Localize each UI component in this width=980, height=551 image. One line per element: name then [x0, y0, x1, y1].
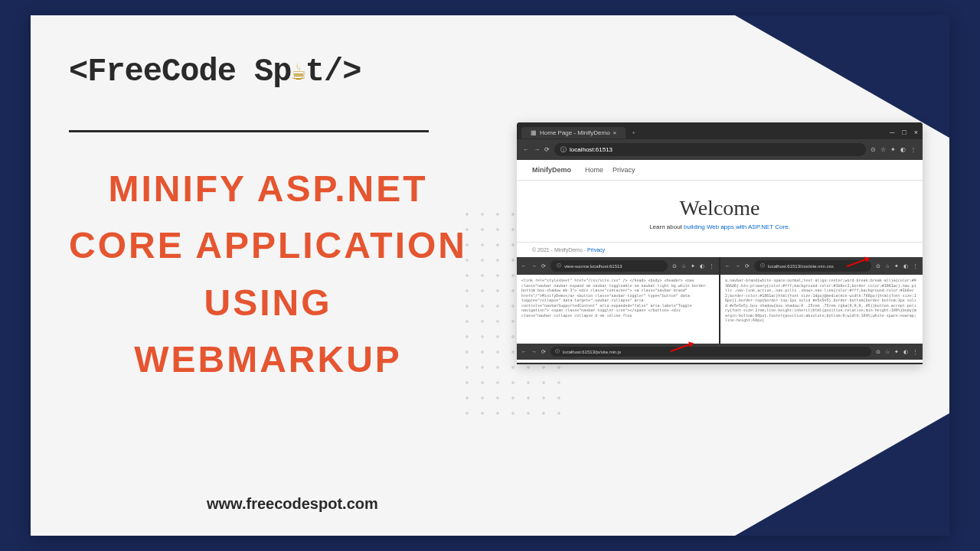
tab-title: Home Page - MinifyDemo [540, 129, 610, 136]
source-code-view: <link rel="stylesheet" href="/css/site.c… [517, 275, 719, 344]
footer-url: www.freecodespot.com [207, 495, 378, 513]
new-tab-button[interactable]: + [632, 129, 635, 136]
screenshot-underline [517, 363, 923, 364]
toolbar-icons: ⊙ ☆ ✦ ◐ ⋮ [871, 146, 916, 153]
panel-right-addressbar: ← → ⟳ ⓘ localhost:61513/css/site.min.css… [720, 257, 923, 275]
star-icon[interactable]: ☆ [880, 146, 886, 153]
main-canvas: <FreeCode Sp☕t/> MINIFY ASP.NET CORE APP… [31, 15, 949, 536]
site-footer: © 2021 - MinifyDemo - Privacy [517, 242, 923, 257]
info-icon: ⓘ [760, 262, 765, 269]
extension-icon[interactable]: ✦ [691, 263, 695, 269]
window-controls: ─ □ × [890, 129, 918, 136]
panel-left-addressbar: ← → ⟳ ⓘ view-source:localhost:61513 ⊙ ☆ … [517, 257, 719, 275]
forward-icon[interactable]: → [534, 146, 540, 153]
forward-icon[interactable]: → [531, 349, 537, 354]
search-icon[interactable]: ⊙ [876, 263, 880, 269]
extension-icon[interactable]: ✦ [894, 349, 899, 355]
star-icon[interactable]: ☆ [681, 263, 686, 269]
bottom-url-text: localhost:61513/js/site.min.js [563, 350, 621, 354]
welcome-section: Welcome Learn about building Web apps wi… [517, 181, 923, 242]
back-icon[interactable]: ← [725, 263, 730, 269]
profile-icon[interactable]: ◐ [903, 349, 908, 355]
star-icon[interactable]: ☆ [885, 349, 890, 355]
decoration-triangle-bottom [735, 413, 949, 536]
minimize-icon[interactable]: ─ [890, 129, 894, 136]
forward-icon[interactable]: → [735, 263, 740, 269]
menu-icon[interactable]: ⋮ [910, 146, 916, 153]
nav-link-privacy[interactable]: Privacy [612, 166, 635, 174]
welcome-text: Learn about building Web apps with ASP.N… [517, 223, 923, 230]
panel-left-url[interactable]: ⓘ view-source:localhost:61513 [550, 260, 668, 272]
menu-icon[interactable]: ⋮ [709, 263, 714, 269]
tab-close-icon[interactable]: × [613, 129, 617, 136]
bottom-addressbar: ← → ⟳ ⓘ localhost:61513/js/site.min.js ⊙… [517, 344, 923, 360]
site-brand[interactable]: MinifyDemo [532, 166, 571, 174]
reload-icon[interactable]: ⟳ [541, 263, 546, 269]
forward-icon[interactable]: → [531, 263, 537, 269]
browser-window-main: ▦ Home Page - MinifyDemo × + ─ □ × ← → ⟳ [517, 122, 923, 257]
info-icon: ⓘ [557, 262, 561, 269]
welcome-link[interactable]: building Web apps with ASP.NET Core [684, 223, 789, 230]
panel-right-url-text: localhost:61513/css/site.min.css [768, 264, 834, 269]
address-bar: ← → ⟳ ⓘ localhost:61513 ⊙ ☆ ✦ ◐ ⋮ [517, 139, 923, 160]
logo-text-before: <FreeCode Sp [69, 54, 291, 90]
menu-icon[interactable]: ⋮ [913, 263, 918, 269]
panel-css-min: ← → ⟳ ⓘ localhost:61513/css/site.min.css… [720, 257, 923, 344]
info-icon: ⓘ [555, 348, 560, 355]
divider-line [69, 130, 429, 132]
decoration-triangle-top [735, 15, 949, 138]
url-text: localhost:61513 [570, 146, 612, 153]
reload-icon[interactable]: ⟳ [745, 263, 750, 269]
panel-view-source: ← → ⟳ ⓘ view-source:localhost:61513 ⊙ ☆ … [517, 257, 719, 344]
logo: <FreeCode Sp☕t/> [69, 54, 361, 90]
nav-arrows: ← → ⟳ [523, 146, 550, 153]
logo-text-after: t/> [305, 54, 361, 90]
tab-favicon-icon: ▦ [531, 129, 537, 136]
coffee-cup-icon: ☕ [291, 57, 305, 87]
reload-icon[interactable]: ⟳ [544, 146, 550, 153]
url-input[interactable]: ⓘ localhost:61513 [554, 143, 866, 156]
back-icon[interactable]: ← [521, 263, 527, 269]
info-icon: ⓘ [560, 145, 567, 154]
minified-css-view: a.navbar-brand{white-space:normal;text-a… [720, 275, 923, 344]
back-icon[interactable]: ← [523, 146, 529, 153]
reload-icon[interactable]: ⟳ [541, 349, 546, 355]
search-icon[interactable]: ⊙ [871, 146, 876, 153]
welcome-text-after: . [789, 223, 790, 230]
welcome-heading: Welcome [517, 196, 923, 220]
extension-icon[interactable]: ✦ [890, 146, 896, 153]
browser-tab[interactable]: ▦ Home Page - MinifyDemo × [521, 127, 626, 139]
maximize-icon[interactable]: □ [902, 129, 906, 136]
panel-right-url[interactable]: ⓘ localhost:61513/css/site.min.css [754, 260, 871, 272]
welcome-text-before: Learn about [649, 223, 684, 230]
dual-panel: ← → ⟳ ⓘ view-source:localhost:61513 ⊙ ☆ … [517, 257, 923, 344]
back-icon[interactable]: ← [521, 349, 527, 354]
article-title: MINIFY ASP.NET CORE APPLICATION USING WE… [69, 161, 467, 389]
panel-left-url-text: view-source:localhost:61513 [564, 264, 622, 269]
search-icon[interactable]: ⊙ [876, 349, 880, 355]
menu-icon[interactable]: ⋮ [913, 349, 918, 355]
search-icon[interactable]: ⊙ [672, 263, 677, 269]
site-nav: MinifyDemo Home Privacy [517, 160, 923, 181]
bottom-url[interactable]: ⓘ localhost:61513/js/site.min.js [550, 347, 871, 357]
profile-icon[interactable]: ◐ [900, 146, 906, 153]
close-icon[interactable]: × [914, 129, 918, 136]
page-content: MinifyDemo Home Privacy Welcome Learn ab… [517, 160, 923, 257]
copyright: © 2021 - MinifyDemo - [532, 247, 587, 253]
tab-bar: ▦ Home Page - MinifyDemo × + ─ □ × [517, 122, 923, 139]
extension-icon[interactable]: ✦ [894, 263, 899, 269]
footer-privacy-link[interactable]: Privacy [587, 247, 605, 253]
profile-icon[interactable]: ◐ [903, 263, 908, 269]
star-icon[interactable]: ☆ [885, 263, 890, 269]
nav-link-home[interactable]: Home [585, 166, 603, 174]
screenshot-composite: ▦ Home Page - MinifyDemo × + ─ □ × ← → ⟳ [517, 122, 923, 364]
profile-icon[interactable]: ◐ [700, 263, 704, 269]
